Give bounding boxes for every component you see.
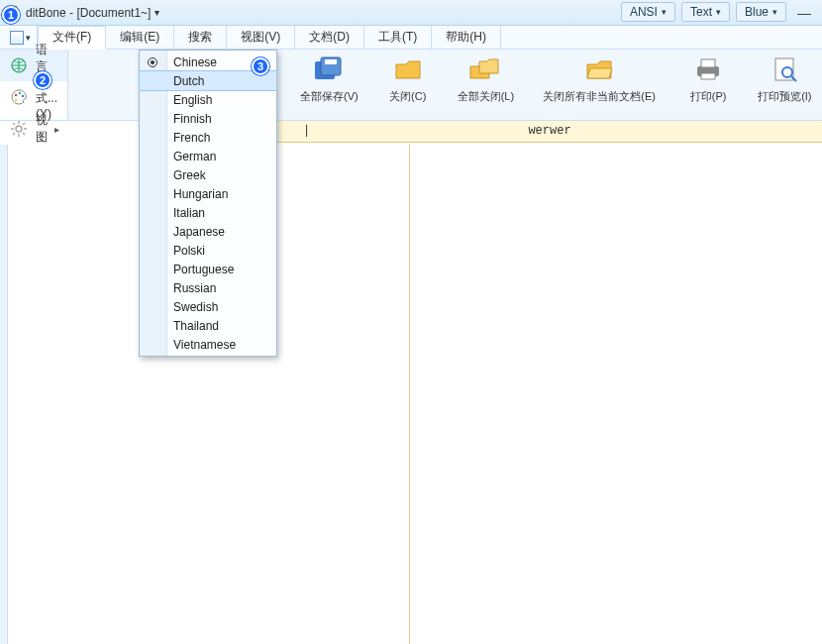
tool-label: 关闭(C) (389, 89, 426, 104)
caret-icon: ▾ (26, 33, 31, 43)
caret-marker: | (303, 124, 310, 138)
language-option[interactable]: Thailand (140, 316, 276, 335)
menu-label: 工具(T) (378, 29, 417, 46)
gear-icon (10, 120, 28, 138)
svg-rect-21 (701, 59, 715, 67)
menu-label: 文档(D) (309, 29, 350, 46)
svg-point-3 (22, 95, 24, 97)
svg-line-13 (23, 123, 25, 125)
language-option[interactable]: Vietnamese (140, 335, 276, 354)
encoding-button[interactable]: ANSI▾ (621, 2, 675, 22)
tool-label: 关闭所有非当前文档(E) (543, 89, 656, 104)
tab-content-text: werwer (528, 124, 570, 138)
language-option-label: Russian (173, 281, 216, 295)
new-doc-icon (10, 31, 24, 45)
caret-icon: ▾ (772, 7, 777, 17)
language-option[interactable]: Japanese (140, 222, 276, 241)
svg-rect-22 (701, 73, 715, 79)
language-option-label: English (173, 93, 212, 107)
radio-selected-icon (148, 57, 157, 67)
svg-rect-19 (325, 59, 337, 64)
caret-icon: ▾ (662, 7, 667, 17)
menu-search[interactable]: 搜索 (174, 26, 227, 49)
language-option-label: Portuguese (173, 263, 234, 276)
language-option-label: Polski (173, 244, 205, 258)
tool-close[interactable]: 关闭(C) (384, 55, 432, 104)
tool-label: 打印预览(I) (758, 89, 811, 104)
language-option-label: Thailand (173, 319, 219, 333)
language-option[interactable]: Finnish (140, 109, 276, 128)
annotation-marker-3: 3 (252, 57, 269, 75)
tool-closeall[interactable]: 全部关闭(L) (458, 55, 514, 104)
menu-view[interactable]: 视图(V) (227, 26, 295, 49)
sidebar-item-style[interactable]: 样式...(Y) (0, 81, 67, 113)
tool-label: 全部保存(V) (300, 89, 359, 104)
language-option-label: Italian (173, 206, 205, 220)
svg-line-11 (23, 133, 25, 135)
language-option[interactable]: English (140, 90, 276, 109)
minimize-button[interactable]: — (792, 3, 816, 21)
language-option-label: Dutch (173, 74, 204, 88)
editor-area[interactable] (0, 145, 822, 644)
folder-open-icon (583, 55, 615, 83)
language-option-label: Vietnamese (173, 338, 236, 352)
menu-label: 帮助(H) (446, 29, 486, 46)
mode-button[interactable]: Text▾ (681, 2, 730, 22)
menu-edit[interactable]: 编辑(E) (106, 26, 174, 49)
folder-icon (392, 55, 424, 83)
folders-icon (469, 55, 501, 83)
document-tab-strip: | werwer (277, 121, 822, 143)
menu-doc[interactable]: 文档(D) (295, 26, 364, 49)
language-option-label: Hungarian (173, 187, 228, 201)
ribbon: 语言(L) 样式...(Y) 视图 ▸ 另存为(A) 全部保存(V) 关闭(C) (0, 50, 822, 121)
doc-name: [Document1~] (76, 6, 151, 20)
chevron-right-icon: ▸ (54, 124, 59, 135)
language-option-label: French (173, 131, 210, 145)
language-option[interactable]: Polski (140, 241, 276, 260)
tool-closeallbutcurrent[interactable]: 关闭所有非当前文档(E) (540, 55, 659, 104)
theme-label: Blue (745, 5, 769, 19)
menu-label: 搜索 (188, 29, 212, 46)
language-option[interactable]: Russian (140, 278, 276, 297)
language-option-label: Finnish (173, 112, 212, 126)
language-submenu: ChineseDutchEnglishFinnishFrenchGermanGr… (139, 50, 277, 357)
mode-label: Text (690, 5, 712, 19)
app-title: ditBone (26, 6, 66, 20)
theme-button[interactable]: Blue▾ (736, 2, 786, 22)
menu-label: 视图(V) (241, 29, 280, 46)
language-option[interactable]: Swedish (140, 297, 276, 316)
doc-title: - (66, 6, 77, 20)
menu-label: 文件(F) (52, 29, 91, 46)
language-option[interactable]: Greek (140, 165, 276, 184)
caret-icon: ▾ (716, 7, 721, 17)
quick-access[interactable]: ▾ (4, 26, 38, 49)
language-option[interactable]: Hungarian (140, 184, 276, 203)
annotation-marker-2: 2 (34, 71, 51, 89)
language-option-label: Swedish (173, 300, 218, 314)
language-option-label: Chinese (173, 55, 217, 69)
language-option[interactable]: German (140, 147, 276, 165)
language-option[interactable]: Portuguese (140, 260, 276, 278)
language-option-label: German (173, 150, 216, 163)
tool-label: 打印(P) (690, 89, 727, 104)
language-option-label: Japanese (173, 225, 225, 239)
annotation-marker-1: 1 (2, 6, 20, 24)
language-option-label: Greek (173, 168, 206, 182)
tool-saveall[interactable]: 全部保存(V) (300, 55, 359, 104)
encoding-label: ANSI (630, 5, 658, 19)
language-option[interactable]: French (140, 128, 276, 147)
menu-help[interactable]: 帮助(H) (432, 26, 501, 49)
title-dropdown-icon[interactable]: ▾ (154, 7, 159, 18)
sidebar-item-view[interactable]: 视图 ▸ (0, 113, 67, 145)
print-preview-icon (769, 55, 800, 83)
tool-label: 全部关闭(L) (458, 89, 514, 104)
tool-print[interactable]: 打印(P) (684, 55, 732, 104)
tool-printpreview[interactable]: 打印预览(I) (758, 55, 811, 104)
language-option[interactable]: Italian (140, 203, 276, 222)
menu-tools[interactable]: 工具(T) (364, 26, 432, 49)
printer-icon (692, 55, 724, 83)
svg-point-2 (19, 92, 21, 94)
svg-point-5 (16, 126, 22, 132)
palette-icon (10, 88, 28, 106)
svg-line-12 (13, 133, 15, 135)
